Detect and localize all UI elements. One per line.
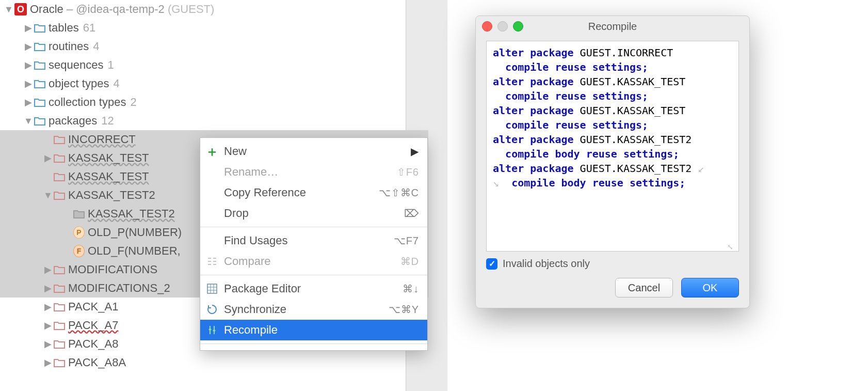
expand-arrow-icon[interactable]: ▶ <box>42 152 54 164</box>
menu-item-copy-reference[interactable]: Copy Reference ⌥⇧⌘C <box>200 182 427 203</box>
tree-label: KASSAK_TEST <box>68 151 149 165</box>
tree-count: 12 <box>101 114 114 128</box>
plus-icon: ＋ <box>205 145 219 158</box>
menu-label: Package Editor <box>224 282 403 295</box>
tree-item-object-types[interactable]: ▶ object types 4 <box>0 74 428 93</box>
window-minimize-icon <box>497 21 508 32</box>
oracle-icon: O <box>14 3 27 15</box>
tree-root-oracle[interactable]: ▼ O Oracle – @idea-qa-temp-2 (GUEST) <box>0 0 428 19</box>
expand-arrow-icon[interactable]: ▶ <box>42 301 54 312</box>
expand-arrow-icon[interactable]: ▶ <box>42 338 54 350</box>
tree-count: 4 <box>93 40 99 53</box>
menu-label: Compare <box>224 255 400 268</box>
root-role: (GUEST) <box>168 3 214 15</box>
recompile-dialog: Recompile alter package GUEST.INCORRECT … <box>475 15 750 308</box>
tree-label: INCORRECT <box>68 133 136 146</box>
compare-icon <box>205 255 219 268</box>
window-close-icon[interactable] <box>482 21 492 32</box>
menu-item-compare: Compare ⌘D <box>200 251 427 272</box>
dialog-titlebar[interactable]: Recompile <box>476 16 749 37</box>
package-icon <box>54 152 65 164</box>
folder-icon <box>34 59 45 71</box>
menu-item-synchronize[interactable]: Synchronize ⌥⌘Y <box>200 299 427 320</box>
tree-item-pack-a8a[interactable]: ▶ PACK_A8A <box>0 353 428 372</box>
checkbox-label: Invalid objects only <box>503 258 590 270</box>
menu-item-recompile[interactable]: Recompile <box>200 320 427 340</box>
expand-arrow-icon[interactable]: ▼ <box>23 116 34 127</box>
package-icon <box>54 190 65 201</box>
tree-label: routines <box>49 40 89 53</box>
tree-count: 2 <box>130 96 136 109</box>
package-icon <box>54 357 65 368</box>
expand-arrow-icon[interactable]: ▼ <box>3 4 14 15</box>
tree-item-tables[interactable]: ▶ tables 61 <box>0 19 428 37</box>
expand-arrow-icon[interactable]: ▶ <box>42 264 54 275</box>
context-menu: ＋ New ▶ Rename… ⇧F6 Copy Reference ⌥⇧⌘C … <box>200 137 428 351</box>
menu-label: Copy Reference <box>224 186 379 199</box>
tree-label: KASSAK_TEST2 <box>88 207 175 221</box>
menu-separator <box>200 227 427 227</box>
menu-label: Synchronize <box>224 303 389 316</box>
folder-icon <box>34 97 45 108</box>
package-body-icon <box>73 208 85 220</box>
sql-preview[interactable]: alter package GUEST.INCORRECT compile re… <box>486 41 739 252</box>
expand-arrow-icon[interactable]: ▶ <box>23 78 34 89</box>
package-icon <box>54 320 65 331</box>
expand-arrow-icon[interactable]: ▶ <box>42 283 54 294</box>
package-icon <box>54 171 65 182</box>
tree-label: collection types <box>49 96 126 109</box>
menu-item-find-usages[interactable]: Find Usages ⌥F7 <box>200 230 427 251</box>
delete-icon: ⌦ <box>404 207 419 220</box>
tree-count: 61 <box>83 21 95 35</box>
menu-label: Rename… <box>224 165 397 179</box>
menu-label: New <box>224 145 411 158</box>
expand-arrow-icon[interactable]: ▶ <box>23 59 34 71</box>
procedure-icon: P <box>73 227 85 238</box>
tree-label: PACK_A8 <box>68 337 118 351</box>
menu-item-new[interactable]: ＋ New ▶ <box>200 141 427 162</box>
menu-label: Recompile <box>224 323 419 337</box>
tree-label: object types <box>49 77 109 90</box>
expand-arrow-icon[interactable]: ▶ <box>23 97 34 108</box>
expand-arrow-icon[interactable]: ▼ <box>42 190 54 201</box>
menu-label: Drop <box>224 207 404 220</box>
ok-button[interactable]: OK <box>681 278 739 298</box>
tree-item-sequences[interactable]: ▶ sequences 1 <box>0 56 428 74</box>
tree-label: OLD_P(NUMBER) <box>88 226 182 239</box>
tree-label: packages <box>49 114 97 128</box>
package-icon <box>54 301 65 312</box>
btn-label: Cancel <box>628 282 660 294</box>
expand-arrow-icon[interactable]: ▶ <box>23 22 34 34</box>
cancel-button[interactable]: Cancel <box>615 278 673 298</box>
menu-shortcut: ⌘↓ <box>403 283 419 295</box>
package-icon <box>54 134 65 145</box>
tree-label: PACK_A7 <box>68 319 118 332</box>
tree-label: KASSAK_TEST2 <box>68 189 155 202</box>
window-zoom-icon[interactable] <box>513 21 523 32</box>
table-icon <box>205 282 219 295</box>
menu-item-drop[interactable]: Drop ⌦ <box>200 203 427 224</box>
root-label: Oracle <box>30 3 63 15</box>
package-icon <box>54 338 65 350</box>
recompile-icon <box>205 323 219 337</box>
tree-label: sequences <box>49 58 103 72</box>
menu-shortcut: ⌥F7 <box>394 234 419 247</box>
folder-icon <box>34 41 45 52</box>
menu-item-package-editor[interactable]: Package Editor ⌘↓ <box>200 278 427 299</box>
tree-item-packages[interactable]: ▼ packages 12 <box>0 112 428 130</box>
tree-item-collection-types[interactable]: ▶ collection types 2 <box>0 93 428 112</box>
tree-label: tables <box>49 21 79 35</box>
invalid-only-checkbox[interactable]: ✓ <box>486 258 497 270</box>
expand-arrow-icon[interactable]: ▶ <box>42 357 54 368</box>
tree-item-routines[interactable]: ▶ routines 4 <box>0 37 428 56</box>
folder-icon <box>34 115 45 127</box>
tree-label: PACK_A1 <box>68 300 118 314</box>
expand-arrow-icon[interactable]: ▶ <box>42 320 54 331</box>
menu-separator <box>200 275 427 275</box>
tree-label: KASSAK_TEST <box>68 170 149 183</box>
menu-shortcut: ⇧F6 <box>397 166 419 178</box>
btn-label: OK <box>703 282 718 294</box>
package-icon <box>54 264 65 275</box>
expand-arrow-icon[interactable]: ▶ <box>23 41 34 52</box>
menu-shortcut: ⌥⌘Y <box>389 303 419 316</box>
